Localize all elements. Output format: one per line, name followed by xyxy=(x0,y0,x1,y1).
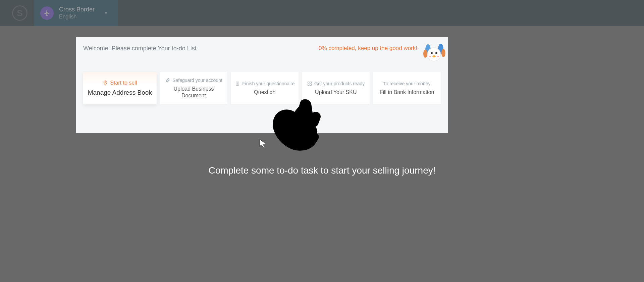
task-card-safeguard[interactable]: Safeguard your account Upload Business D… xyxy=(160,72,228,104)
svg-rect-14 xyxy=(308,84,309,85)
svg-point-3 xyxy=(441,49,445,57)
welcome-message: Welcome! Please complete Your to-do List… xyxy=(83,45,198,52)
task-card-bank[interactable]: To receive your money Fill in Bank Infor… xyxy=(373,72,441,104)
svg-point-8 xyxy=(429,56,431,57)
task-category-label: Start to sell xyxy=(110,80,137,86)
task-category-label: To receive your money xyxy=(383,81,431,86)
svg-point-6 xyxy=(435,52,437,54)
task-action-label: Upload Your SKU xyxy=(315,89,357,96)
clipboard-icon xyxy=(235,81,240,86)
svg-point-5 xyxy=(431,52,433,54)
svg-rect-13 xyxy=(310,82,311,83)
mascot-icon xyxy=(422,40,446,63)
svg-point-1 xyxy=(423,50,427,58)
todo-card: Welcome! Please complete Your to-do List… xyxy=(76,37,448,133)
task-action-label: Upload Business Document xyxy=(163,86,224,99)
pointing-hand-icon xyxy=(268,97,325,154)
svg-point-9 xyxy=(437,56,439,57)
task-card-address[interactable]: Start to sell Manage Address Book xyxy=(83,72,157,104)
location-icon xyxy=(103,80,108,86)
svg-rect-12 xyxy=(308,82,309,83)
task-category-label: Safeguard your account xyxy=(172,78,222,83)
svg-point-10 xyxy=(105,82,106,83)
paperclip-icon xyxy=(165,78,170,83)
svg-rect-15 xyxy=(310,84,311,85)
task-action-label: Fill in Bank Information xyxy=(380,89,434,96)
grid-icon xyxy=(307,81,312,86)
tasks-row: Start to sell Manage Address Book Safegu… xyxy=(83,72,441,104)
svg-point-7 xyxy=(432,55,436,57)
progress-message: 0% completed, keep up the good work! xyxy=(319,45,417,52)
svg-point-4 xyxy=(427,48,441,61)
task-category-label: Finish your questionnaire xyxy=(242,81,294,86)
task-action-label: Question xyxy=(254,89,275,96)
task-action-label: Manage Address Book xyxy=(88,89,152,97)
instruction-text: Complete some to-do task to start your s… xyxy=(0,165,644,176)
cursor-icon xyxy=(259,138,267,148)
task-category-label: Get your products ready xyxy=(314,81,365,86)
